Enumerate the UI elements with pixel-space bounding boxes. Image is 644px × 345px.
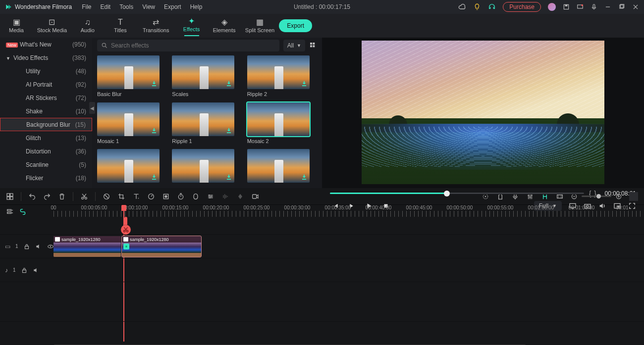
ruler-label: 00:00:20:00 <box>203 205 229 210</box>
crop-icon[interactable] <box>117 193 125 200</box>
video-lane[interactable]: sample_1920x1280 sample_1920x1280 <box>54 235 644 258</box>
effect-ripple-1[interactable]: Ripple 1 <box>172 102 242 145</box>
minimize-icon[interactable] <box>604 3 611 10</box>
zoom-fit-icon[interactable] <box>629 192 638 201</box>
keyframe-icon[interactable] <box>236 193 244 200</box>
greenscreen-icon[interactable] <box>192 193 200 200</box>
scrub-track[interactable] <box>330 193 584 195</box>
sidebar-ai-portrait[interactable]: AI Portrait(92) <box>0 78 92 91</box>
save-icon[interactable] <box>563 3 570 10</box>
purchase-button[interactable]: Purchase <box>503 2 541 12</box>
effect-ripple-2[interactable]: Ripple 2 <box>247 55 317 98</box>
svg-point-55 <box>50 246 51 246</box>
tab-split-screen[interactable]: ▦Split Screen <box>241 14 279 38</box>
mute-icon[interactable] <box>35 243 42 250</box>
filter-dropdown[interactable]: All▼ <box>283 40 305 51</box>
sidebar-shake[interactable]: Shake(10) <box>0 104 92 118</box>
playhead[interactable] <box>121 205 126 211</box>
tab-audio[interactable]: ♫Audio <box>71 14 104 38</box>
timeline-ruler[interactable]: 0000:00:05:0000:00:10:0000:00:15:0000:00… <box>54 205 644 219</box>
zoom-slider[interactable] <box>582 196 611 197</box>
sidebar-utility[interactable]: Utility(48) <box>0 64 92 78</box>
download-icon <box>225 80 232 87</box>
tab-stock-media[interactable]: ⊡Stock Media <box>33 14 71 38</box>
redo-icon[interactable] <box>43 193 51 200</box>
tab-media[interactable]: ▣Media <box>0 14 33 38</box>
speed-icon[interactable] <box>147 193 155 200</box>
download-icon <box>151 127 158 134</box>
audio-adjust-icon[interactable] <box>221 193 229 200</box>
grid-view-icon[interactable] <box>309 42 317 49</box>
sidebar-flicker[interactable]: Flicker(18) <box>0 171 92 185</box>
svg-rect-13 <box>313 43 315 45</box>
effect-basic-blur[interactable]: Basic Blur <box>97 55 167 98</box>
effect-mosaic-2[interactable]: Mosaic 2 <box>247 102 317 145</box>
sidebar-background-blur[interactable]: Background Blur(15) <box>0 118 92 131</box>
cloud-icon[interactable] <box>458 3 466 11</box>
sidebar-glitch[interactable]: Glitch(13) <box>0 131 92 145</box>
sidebar-ar-stickers[interactable]: AR Stickers(72) <box>0 91 92 104</box>
sidebar-scanline[interactable]: Scanline(5) <box>0 158 92 171</box>
tab-effects[interactable]: ✦Effects <box>175 14 208 38</box>
visibility-icon[interactable] <box>47 243 54 250</box>
mute-icon[interactable] <box>33 267 40 274</box>
menu-file[interactable]: File <box>82 3 91 10</box>
timeline-scrollbar[interactable] <box>0 343 644 345</box>
export-button[interactable]: Export <box>279 19 312 32</box>
image-icon <box>55 237 60 242</box>
menu-help[interactable]: Help <box>190 3 203 10</box>
maximize-icon[interactable] <box>618 3 625 10</box>
link-icon[interactable] <box>19 208 27 216</box>
zoom-in-icon[interactable] <box>615 193 622 200</box>
svg-line-30 <box>105 195 108 198</box>
close-icon[interactable] <box>632 3 639 10</box>
tab-effects-label: Effects <box>183 26 200 32</box>
effect-scales[interactable]: Scales <box>172 55 242 98</box>
text-icon[interactable]: + <box>132 193 140 200</box>
effect-item[interactable] <box>172 149 242 185</box>
tab-titles[interactable]: TTitles <box>104 14 137 38</box>
effect-item[interactable] <box>247 149 317 185</box>
track-manage-icon[interactable] <box>6 208 14 216</box>
search-input[interactable] <box>111 42 275 49</box>
menu-tools[interactable]: Tools <box>119 3 133 10</box>
menu-edit[interactable]: Edit <box>101 3 111 10</box>
effect-badge-icon <box>123 244 129 249</box>
menu-view[interactable]: View <box>142 3 155 10</box>
sidebar-video-effects[interactable]: ▼Video Effects(383) <box>0 51 92 64</box>
lock-icon[interactable] <box>21 267 28 274</box>
effect-mosaic-1[interactable]: Mosaic 1 <box>97 102 167 145</box>
record-icon[interactable] <box>251 193 259 200</box>
layout-icon[interactable] <box>6 193 14 200</box>
search-box[interactable] <box>97 40 279 51</box>
menu-export[interactable]: Export <box>164 3 181 10</box>
video-preview[interactable] <box>362 41 604 184</box>
sidebar-distortion[interactable]: Distortion(36) <box>0 145 92 158</box>
message-icon[interactable] <box>577 3 584 10</box>
svg-rect-15 <box>313 45 315 47</box>
clip-1[interactable]: sample_1920x1280 <box>54 236 121 257</box>
mic-icon[interactable] <box>590 3 597 10</box>
scrub-knob[interactable] <box>444 191 450 197</box>
clip-2[interactable]: sample_1920x1280 <box>122 236 201 257</box>
svg-rect-36 <box>253 195 257 198</box>
effect-item[interactable] <box>97 149 167 185</box>
adjust-icon[interactable] <box>207 193 215 200</box>
tab-transitions[interactable]: ⇄Transitions <box>137 14 175 38</box>
disable-icon[interactable] <box>103 193 110 200</box>
cut-icon[interactable] <box>80 193 88 200</box>
audio-lane[interactable] <box>54 258 644 282</box>
sidebar-item-label: Video Effects <box>13 54 48 61</box>
sidebar-whats-new[interactable]: NewWhat's New(950) <box>0 38 92 51</box>
tab-elements[interactable]: ◈Elements <box>208 14 241 38</box>
idea-icon[interactable] <box>473 3 481 11</box>
support-icon[interactable] <box>488 3 496 11</box>
avatar[interactable] <box>548 3 556 11</box>
timer-icon[interactable] <box>177 193 185 200</box>
undo-icon[interactable] <box>28 193 36 200</box>
delete-icon[interactable] <box>58 193 66 200</box>
lock-icon[interactable] <box>23 243 30 250</box>
collapse-sidebar-icon[interactable]: ◀ <box>89 102 95 114</box>
color-icon[interactable] <box>162 193 170 200</box>
clip-name: sample_1920x1280 <box>61 237 101 242</box>
